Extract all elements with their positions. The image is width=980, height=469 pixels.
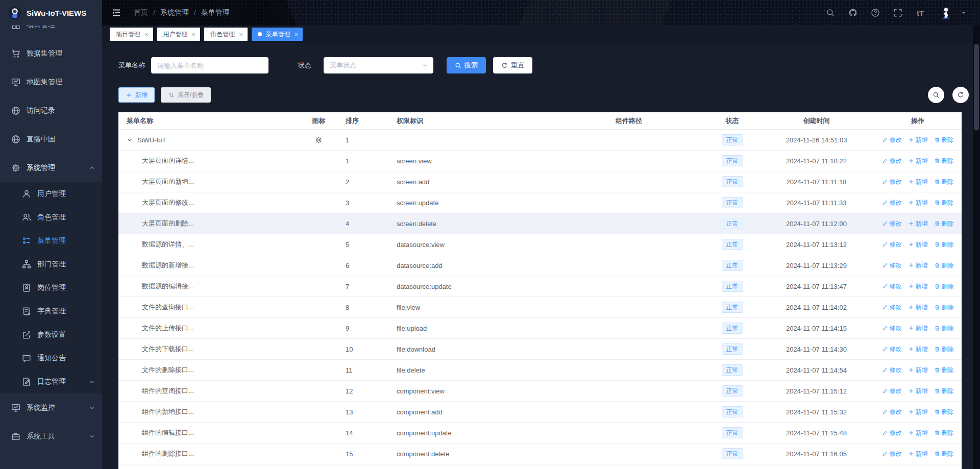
- edit-link[interactable]: 修改: [882, 157, 902, 165]
- tab-close-icon[interactable]: ×: [192, 31, 196, 38]
- sidebar-item-系统管理[interactable]: 系统管理: [0, 154, 102, 182]
- sidebar-item-访问记录[interactable]: 访问记录: [0, 96, 102, 125]
- sidebar-item-数据集管理[interactable]: 数据集管理: [0, 39, 102, 68]
- edit-link[interactable]: 修改: [882, 199, 902, 207]
- sidebar-item-日志管理[interactable]: 日志管理: [0, 370, 102, 393]
- edit-link[interactable]: 修改: [882, 240, 902, 249]
- add-link[interactable]: 新增: [908, 282, 928, 291]
- add-link[interactable]: 新增: [908, 324, 928, 333]
- breadcrumb-item[interactable]: 菜单管理: [201, 8, 230, 17]
- create-time-cell: 2024-11-07 11:14:54: [759, 366, 874, 374]
- edit-link[interactable]: 修改: [882, 282, 902, 291]
- edit-link[interactable]: 修改: [882, 450, 902, 458]
- tab-close-icon[interactable]: ×: [295, 31, 299, 38]
- tab-close-icon[interactable]: ×: [144, 31, 149, 38]
- breadcrumb-item[interactable]: 系统管理: [160, 8, 189, 17]
- add-link[interactable]: 新增: [908, 136, 928, 144]
- edit-link[interactable]: 修改: [882, 324, 902, 333]
- plus-icon: [908, 158, 914, 164]
- tab-项目管理[interactable]: 项目管理×: [110, 28, 153, 41]
- edit-link[interactable]: 修改: [882, 261, 902, 270]
- sidebar-item-菜单管理[interactable]: 菜单管理: [0, 229, 102, 253]
- delete-link[interactable]: 删除: [934, 240, 954, 249]
- add-link[interactable]: 新增: [908, 240, 928, 249]
- edit-link[interactable]: 修改: [882, 219, 902, 228]
- delete-link[interactable]: 删除: [934, 199, 954, 207]
- reset-button[interactable]: 重置: [493, 57, 532, 73]
- expand-collapse-button[interactable]: 展开/折叠: [161, 87, 211, 103]
- sidebar-item-系统工具[interactable]: 系统工具: [0, 422, 102, 451]
- edit-link[interactable]: 修改: [882, 136, 902, 144]
- globe-icon: [11, 106, 20, 115]
- add-link[interactable]: 新增: [908, 429, 928, 437]
- delete-link[interactable]: 删除: [934, 136, 954, 144]
- delete-link[interactable]: 删除: [934, 345, 954, 354]
- sidebar-item-用户管理[interactable]: 用户管理: [0, 182, 102, 206]
- font-size-icon[interactable]: tT: [916, 8, 925, 17]
- add-link[interactable]: 新增: [908, 157, 928, 165]
- delete-link[interactable]: 删除: [934, 282, 954, 291]
- add-link[interactable]: 新增: [908, 261, 928, 270]
- github-icon[interactable]: [848, 8, 857, 17]
- tab-角色管理[interactable]: 角色管理×: [204, 28, 248, 41]
- table-refresh-button[interactable]: [952, 87, 969, 103]
- menu-name-input[interactable]: [151, 57, 268, 73]
- plus-icon: [908, 283, 914, 289]
- add-link[interactable]: 新增: [908, 178, 928, 186]
- delete-link[interactable]: 删除: [934, 303, 954, 312]
- sidebar-item-系统监控[interactable]: 系统监控: [0, 393, 102, 422]
- add-link[interactable]: 新增: [908, 345, 928, 354]
- delete-link[interactable]: 删除: [934, 324, 954, 333]
- sidebar-item-通知公告[interactable]: 通知公告: [0, 347, 102, 370]
- add-button[interactable]: 新增: [118, 87, 155, 103]
- sidebar-item-地图集管理[interactable]: 地图集管理: [0, 68, 102, 96]
- edit-link[interactable]: 修改: [882, 408, 902, 416]
- user-menu-caret-icon[interactable]: [961, 10, 967, 16]
- sidebar-item-岗位管理[interactable]: 岗位管理: [0, 276, 102, 300]
- sidebar-item-直播中国[interactable]: 直播中国: [0, 125, 102, 154]
- user-icon: [22, 189, 31, 199]
- delete-link[interactable]: 删除: [934, 219, 954, 228]
- breadcrumb-item[interactable]: 首页: [134, 8, 148, 17]
- tab-用户管理[interactable]: 用户管理×: [157, 28, 201, 41]
- search-button[interactable]: 搜索: [447, 57, 486, 73]
- delete-link[interactable]: 删除: [934, 450, 954, 458]
- add-link[interactable]: 新增: [908, 387, 928, 396]
- delete-link[interactable]: 删除: [934, 387, 954, 396]
- delete-link[interactable]: 删除: [934, 408, 954, 416]
- sidebar-item-字典管理[interactable]: 字典管理: [0, 300, 102, 323]
- search-icon[interactable]: [826, 8, 835, 17]
- edit-link[interactable]: 修改: [882, 345, 902, 354]
- delete-link[interactable]: 删除: [934, 366, 954, 375]
- table-search-toggle-button[interactable]: [928, 87, 944, 103]
- delete-link[interactable]: 删除: [934, 429, 954, 437]
- add-link[interactable]: 新增: [908, 199, 928, 207]
- delete-link[interactable]: 删除: [934, 157, 954, 165]
- status-select[interactable]: 菜单状态: [324, 57, 433, 73]
- fullscreen-icon[interactable]: [893, 8, 902, 17]
- edit-link[interactable]: 修改: [882, 178, 902, 186]
- user-avatar[interactable]: [938, 5, 953, 20]
- add-link[interactable]: 新增: [908, 408, 928, 416]
- add-link[interactable]: 新增: [908, 366, 928, 375]
- tab-菜单管理[interactable]: 菜单管理×: [252, 28, 303, 41]
- add-link[interactable]: 新增: [908, 219, 928, 228]
- edit-link[interactable]: 修改: [882, 387, 902, 396]
- tab-close-icon[interactable]: ×: [239, 31, 243, 38]
- add-link[interactable]: 新增: [908, 450, 928, 458]
- scrollbar-thumb[interactable]: [974, 44, 979, 131]
- add-link[interactable]: 新增: [908, 303, 928, 312]
- column-header-icon: 图标: [292, 116, 346, 126]
- delete-link[interactable]: 删除: [934, 178, 954, 186]
- edit-link[interactable]: 修改: [882, 366, 902, 375]
- menu-name-cell: 大屏页面的删除...: [118, 219, 292, 228]
- sidebar-item-参数设置[interactable]: 参数设置: [0, 323, 102, 347]
- edit-link[interactable]: 修改: [882, 429, 902, 437]
- sidebar-collapse-icon[interactable]: [111, 8, 121, 18]
- sidebar-item-部门管理[interactable]: 部门管理: [0, 253, 102, 276]
- plus-icon: [126, 92, 132, 98]
- delete-link[interactable]: 删除: [934, 261, 954, 270]
- sidebar-item-角色管理[interactable]: 角色管理: [0, 206, 102, 229]
- edit-link[interactable]: 修改: [882, 303, 902, 312]
- help-icon[interactable]: [871, 8, 880, 17]
